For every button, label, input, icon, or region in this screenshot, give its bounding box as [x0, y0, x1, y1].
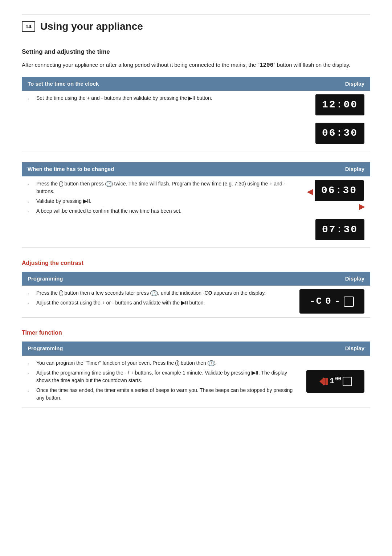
section-timer: Timer function Programming Display ◦ You… [22, 328, 370, 408]
section1-title: Setting and adjusting the time [22, 47, 370, 57]
bullet-icon: ◦ [28, 301, 34, 306]
change-time-table: When the time has to be changed Display … [22, 162, 370, 248]
timer-digits: 100 [330, 375, 341, 387]
page-title: Using your appliance [40, 19, 143, 34]
contrast-square-icon [344, 297, 354, 307]
table-row: ◦ You can program the "Timer" function o… [22, 356, 370, 408]
timer-display: 100 [301, 356, 370, 408]
change-time-col1: When the time has to be changed [22, 162, 295, 176]
table-row: ◦ Press the i button then press 🕐 twice.… [22, 176, 370, 248]
page-header: 14 Using your appliance [22, 15, 370, 34]
bullet-icon: ◦ [28, 388, 34, 394]
table-row: ◦ Press the i button then a few seconds … [22, 286, 370, 318]
timer-arrow-icon [319, 377, 328, 386]
contrast-table: Programming Display ◦ Press the i button… [22, 272, 370, 318]
timer-table: Programming Display ◦ You can program th… [22, 342, 370, 408]
contrast-col1: Programming [22, 272, 294, 286]
svg-rect-2 [326, 378, 328, 385]
display-0730: 07:30 [315, 219, 364, 240]
svg-marker-0 [319, 377, 324, 385]
set-clock-table: To set the time on the clock Display ◦ S… [22, 77, 370, 152]
display-1200: 12:00 [315, 94, 364, 115]
change-time-display: ◀ 06:30 ▶ 07:30 [295, 176, 370, 248]
change-time-instructions: ◦ Press the i button then press 🕐 twice.… [22, 176, 295, 248]
timer-instructions: ◦ You can program the "Timer" function o… [22, 356, 301, 408]
contrast-display: -C0- [294, 286, 370, 318]
contrast-instructions: ◦ Press the i button then a few seconds … [22, 286, 294, 318]
bullet-icon: ◦ [28, 371, 34, 376]
timer-square-icon [343, 377, 352, 386]
set-clock-col2: Display [288, 77, 370, 91]
section-contrast: Adjusting the contrast Programming Displ… [22, 259, 370, 318]
change-time-col2: Display [295, 162, 370, 176]
bullet-icon: ◦ [28, 199, 34, 205]
intro-text: After connecting your appliance or after… [22, 61, 370, 70]
svg-rect-1 [324, 378, 326, 385]
bullet-icon: ◦ [28, 361, 34, 367]
contrast-col2: Display [294, 272, 370, 286]
section-setting-time: Setting and adjusting the time After con… [22, 47, 370, 248]
set-clock-display: 12:00 06:30 [288, 91, 370, 151]
timer-col1: Programming [22, 342, 301, 356]
bullet-icon: ◦ [28, 182, 34, 187]
bullet-icon: ◦ [28, 209, 34, 214]
contrast-display-box: -C0- [299, 289, 364, 314]
timer-col2: Display [301, 342, 370, 356]
table-row: ◦ Set the time using the + and - buttons… [22, 91, 370, 151]
section3-title: Timer function [22, 328, 370, 337]
set-clock-col1: To set the time on the clock [22, 77, 288, 91]
display-0630-a: 06:30 [315, 123, 364, 144]
page-number: 14 [22, 21, 35, 32]
display-0630-flash: 06:30 [315, 180, 364, 201]
timer-display-box: 100 [306, 370, 364, 392]
bullet-icon: ◦ [28, 96, 34, 102]
bullet-icon: ◦ [28, 291, 34, 297]
set-clock-instruction: ◦ Set the time using the + and - buttons… [22, 91, 288, 151]
section2-title: Adjusting the contrast [22, 259, 370, 267]
